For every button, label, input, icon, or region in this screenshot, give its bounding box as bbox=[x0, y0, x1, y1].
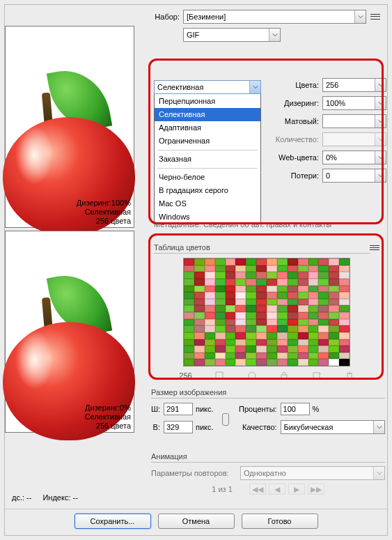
swatch[interactable] bbox=[339, 332, 350, 339]
swatch[interactable] bbox=[226, 286, 236, 293]
swatch[interactable] bbox=[215, 312, 226, 319]
algo-option[interactable]: Заказная bbox=[155, 153, 260, 166]
swatch[interactable] bbox=[329, 359, 339, 366]
algo-option[interactable]: Windows bbox=[155, 210, 260, 224]
swatch[interactable] bbox=[288, 265, 298, 272]
swatch[interactable] bbox=[288, 259, 298, 265]
swatch[interactable] bbox=[194, 325, 205, 332]
swatch[interactable] bbox=[246, 319, 256, 326]
swatch[interactable] bbox=[339, 305, 350, 312]
swatch[interactable] bbox=[318, 265, 329, 272]
swatch[interactable] bbox=[339, 279, 350, 286]
algo-option[interactable]: Черно-белое bbox=[155, 171, 260, 184]
swatch[interactable] bbox=[329, 312, 339, 319]
preset-select[interactable]: [Безимени] bbox=[183, 10, 366, 24]
swatch[interactable] bbox=[256, 299, 267, 306]
swatch[interactable] bbox=[184, 312, 194, 319]
swatch[interactable] bbox=[246, 259, 256, 265]
swatch[interactable] bbox=[246, 346, 256, 353]
swatch[interactable] bbox=[339, 346, 350, 353]
swatch[interactable] bbox=[235, 279, 246, 286]
swatch[interactable] bbox=[298, 353, 308, 360]
menu-icon[interactable] bbox=[370, 12, 380, 22]
swatch[interactable] bbox=[288, 312, 298, 319]
swatch[interactable] bbox=[246, 353, 256, 360]
swatch[interactable] bbox=[256, 319, 267, 326]
swatch[interactable] bbox=[184, 272, 194, 279]
format-select[interactable]: GIF bbox=[183, 28, 281, 42]
swatch[interactable] bbox=[205, 299, 215, 306]
swatch[interactable] bbox=[267, 299, 277, 306]
swatch[interactable] bbox=[246, 279, 256, 286]
swatch[interactable] bbox=[215, 259, 226, 265]
swatch[interactable] bbox=[308, 359, 319, 366]
shift-icon[interactable] bbox=[247, 371, 257, 380]
swatch[interactable] bbox=[184, 286, 194, 293]
swatch[interactable] bbox=[308, 339, 319, 346]
swatch[interactable] bbox=[329, 279, 339, 286]
swatch[interactable] bbox=[308, 279, 319, 286]
swatch[interactable] bbox=[329, 305, 339, 312]
swatch[interactable] bbox=[184, 259, 194, 265]
swatch[interactable] bbox=[184, 292, 194, 299]
swatch[interactable] bbox=[298, 286, 308, 293]
swatch[interactable] bbox=[256, 359, 267, 366]
swatch[interactable] bbox=[329, 286, 339, 293]
swatch[interactable] bbox=[235, 325, 246, 332]
swatch[interactable] bbox=[184, 353, 194, 360]
swatch[interactable] bbox=[246, 292, 256, 299]
swatch[interactable] bbox=[277, 346, 288, 353]
swatch[interactable] bbox=[308, 272, 319, 279]
swatch[interactable] bbox=[267, 339, 277, 346]
swatch[interactable] bbox=[184, 279, 194, 286]
swatch[interactable] bbox=[298, 292, 308, 299]
swatch[interactable] bbox=[226, 346, 236, 353]
swatch[interactable] bbox=[318, 305, 329, 312]
swatch[interactable] bbox=[215, 299, 226, 306]
swatch[interactable] bbox=[184, 359, 194, 366]
swatch[interactable] bbox=[267, 359, 277, 366]
swatch[interactable] bbox=[256, 339, 267, 346]
map-icon[interactable] bbox=[214, 371, 224, 380]
swatch[interactable] bbox=[246, 305, 256, 312]
swatch[interactable] bbox=[267, 312, 277, 319]
height-input[interactable] bbox=[164, 421, 193, 433]
swatch[interactable] bbox=[235, 339, 246, 346]
web-select[interactable]: 0% bbox=[322, 151, 386, 164]
swatch[interactable] bbox=[205, 359, 215, 366]
swatch[interactable] bbox=[339, 319, 350, 326]
swatch[interactable] bbox=[339, 286, 350, 293]
swatch[interactable] bbox=[267, 325, 277, 332]
swatch[interactable] bbox=[215, 279, 226, 286]
swatch[interactable] bbox=[318, 332, 329, 339]
swatch[interactable] bbox=[256, 305, 267, 312]
swatch[interactable] bbox=[256, 353, 267, 360]
swatch[interactable] bbox=[205, 286, 215, 293]
swatch[interactable] bbox=[298, 346, 308, 353]
swatch[interactable] bbox=[267, 279, 277, 286]
trash-icon[interactable] bbox=[345, 371, 354, 380]
swatch[interactable] bbox=[298, 305, 308, 312]
swatch[interactable] bbox=[288, 346, 298, 353]
swatch[interactable] bbox=[194, 332, 205, 339]
swatch[interactable] bbox=[329, 292, 339, 299]
swatch[interactable] bbox=[226, 272, 236, 279]
swatch[interactable] bbox=[277, 272, 288, 279]
swatch[interactable] bbox=[246, 272, 256, 279]
swatch[interactable] bbox=[194, 339, 205, 346]
swatch[interactable] bbox=[184, 325, 194, 332]
swatch[interactable] bbox=[194, 312, 205, 319]
swatch[interactable] bbox=[277, 286, 288, 293]
swatch[interactable] bbox=[246, 265, 256, 272]
swatch[interactable] bbox=[226, 299, 236, 306]
swatch[interactable] bbox=[339, 272, 350, 279]
swatch[interactable] bbox=[256, 312, 267, 319]
swatch[interactable] bbox=[288, 299, 298, 306]
swatch[interactable] bbox=[267, 259, 277, 265]
swatch[interactable] bbox=[226, 312, 236, 319]
swatch[interactable] bbox=[339, 292, 350, 299]
swatch[interactable] bbox=[318, 339, 329, 346]
swatch[interactable] bbox=[256, 279, 267, 286]
swatch[interactable] bbox=[329, 353, 339, 360]
swatch[interactable] bbox=[288, 339, 298, 346]
